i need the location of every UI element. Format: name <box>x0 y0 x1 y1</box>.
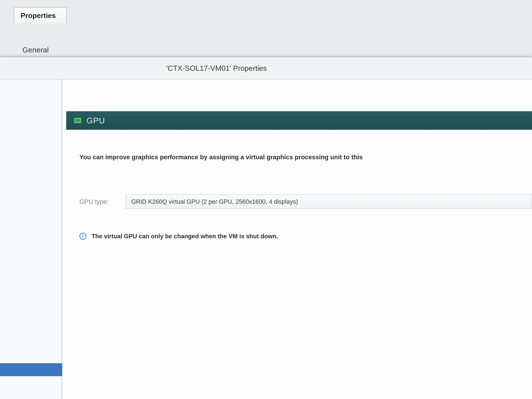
sidebar-item-gpu[interactable]: virtual GPU (2 ... <box>0 363 62 376</box>
gpu-banner-title: GPU <box>87 116 105 125</box>
gpu-info-row: i The virtual GPU can only be changed wh… <box>79 233 527 240</box>
gpu-chip-icon <box>74 118 81 123</box>
vm-properties-dialog: 'CTX-SOL17-VM01' Properties -Drive, Har.… <box>0 57 532 399</box>
gpu-banner: GPU <box>66 111 532 130</box>
sidebar-item-tions[interactable]: tions <box>0 383 61 390</box>
tab-properties[interactable]: Properties <box>14 7 67 23</box>
dialog-pane-gpu: GPU You can improve graphics performance… <box>62 80 532 399</box>
gpu-description: You can improve graphics performance by … <box>79 153 532 161</box>
gpu-type-select[interactable]: GRID K260Q virtual GPU (2 per GPU, 2560x… <box>126 194 532 209</box>
dialog-sidebar: -Drive, Har... ble on stan... virtual GP… <box>0 80 62 399</box>
gpu-type-row: GPU type: GRID K260Q virtual GPU (2 per … <box>79 194 532 209</box>
sidebar-item-standby[interactable]: ble on stan... <box>0 263 61 270</box>
gpu-type-label: GPU type: <box>79 198 126 205</box>
subtab-general[interactable]: General <box>22 45 49 54</box>
gpu-info-text: The virtual GPU can only be changed when… <box>92 233 278 240</box>
dialog-title: 'CTX-SOL17-VM01' Properties <box>0 57 532 80</box>
sidebar-item-drive[interactable]: -Drive, Har... <box>0 227 61 234</box>
background-tabstrip: Properties <box>14 7 67 23</box>
info-icon: i <box>79 233 86 240</box>
